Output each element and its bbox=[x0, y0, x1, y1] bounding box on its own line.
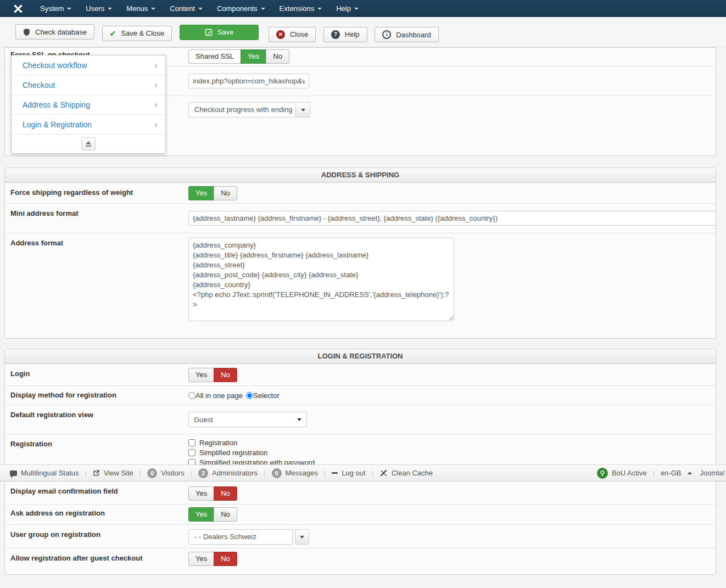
close-icon: ✕ bbox=[276, 30, 285, 39]
button-label: Close bbox=[290, 30, 308, 38]
chevron-down-icon bbox=[301, 109, 305, 111]
nav-label: Help bbox=[336, 0, 351, 17]
nav-menu-menus[interactable]: Menus bbox=[119, 0, 163, 17]
status-label: BoU Active bbox=[612, 469, 647, 477]
joomla-footer-link[interactable]: Joomla! bbox=[700, 469, 725, 477]
address-format-textarea[interactable]: {address_company} {address_title} {addre… bbox=[188, 238, 454, 321]
multilingual-status-link[interactable]: Multilingual Status bbox=[10, 469, 79, 477]
login-no-button[interactable]: No bbox=[214, 368, 237, 382]
clean-cache-link[interactable]: Clean Cache bbox=[379, 469, 433, 477]
chevron-up-icon bbox=[688, 472, 692, 474]
save-button[interactable]: Save bbox=[180, 25, 259, 40]
divider: | bbox=[139, 469, 141, 477]
status-label: Messages bbox=[286, 469, 318, 477]
email-confirm-no-button[interactable]: No bbox=[214, 486, 237, 501]
visitors-link[interactable]: 0 Visitors bbox=[147, 468, 184, 478]
field-label: Ask address on registration bbox=[5, 505, 184, 524]
chevron-down-icon bbox=[151, 8, 155, 10]
check-database-button[interactable]: Check database bbox=[15, 24, 94, 40]
allow-registration-yes-button[interactable]: Yes bbox=[188, 552, 214, 566]
clean-cache-icon bbox=[379, 469, 388, 477]
user-group-dropdown[interactable]: - - Dealers Schweiz bbox=[188, 529, 309, 545]
default-registration-view-select[interactable]: Guest bbox=[188, 412, 307, 427]
joomla-logo-icon[interactable] bbox=[13, 4, 23, 14]
login-yes-button[interactable]: Yes bbox=[188, 368, 214, 382]
field-label: Mini address format bbox=[5, 204, 184, 233]
save-and-close-button[interactable]: ✔ Save & Close bbox=[102, 26, 172, 41]
administrators-link[interactable]: 2 Administrators bbox=[198, 468, 258, 478]
menu-item-checkout-workflow[interactable]: Checkout workflow › bbox=[12, 55, 165, 75]
dashboard-button[interactable]: i Dashboard bbox=[375, 27, 439, 42]
field-label: User group on registration bbox=[5, 525, 184, 548]
login-toggle: Yes No bbox=[188, 368, 237, 382]
dropdown-caret-button[interactable] bbox=[295, 529, 309, 545]
speech-bubble-icon bbox=[10, 471, 17, 476]
selector-radio[interactable] bbox=[246, 392, 253, 399]
force-shipping-no-button[interactable]: No bbox=[214, 186, 237, 200]
logout-link[interactable]: Log out bbox=[332, 469, 365, 477]
nav-menu-help[interactable]: Help bbox=[329, 0, 366, 17]
button-label: Save bbox=[217, 28, 234, 36]
status-label: Visitors bbox=[161, 469, 184, 477]
email-confirmation-row: Display email confirmation field Yes No bbox=[5, 481, 716, 505]
ask-address-toggle: Yes No bbox=[188, 507, 237, 522]
ask-address-yes-button[interactable]: Yes bbox=[188, 507, 214, 522]
email-confirm-yes-button[interactable]: Yes bbox=[188, 486, 214, 501]
nav-menu-content[interactable]: Content bbox=[163, 0, 210, 17]
nav-label: Users bbox=[86, 0, 104, 17]
force-shipping-yes-button[interactable]: Yes bbox=[188, 186, 214, 200]
registration-checkbox[interactable] bbox=[188, 439, 196, 446]
divider: | bbox=[264, 469, 265, 477]
eject-icon bbox=[86, 141, 91, 144]
language-switch-link[interactable]: en-GB bbox=[661, 469, 693, 477]
nav-label: Content bbox=[170, 0, 195, 17]
messages-link[interactable]: 0 Messages bbox=[272, 468, 318, 478]
address-format-row: Address format {address_company} {addres… bbox=[5, 233, 716, 339]
view-site-link[interactable]: View Site bbox=[93, 469, 133, 477]
login-registration-panel: LOGIN & REGISTRATION Login Yes No Displa… bbox=[4, 349, 716, 575]
hikashop-config-page: System Users Menus Content Components Ex… bbox=[0, 0, 726, 588]
menu-item-checkout[interactable]: Checkout › bbox=[12, 75, 165, 95]
allow-registration-guest-row: Allow registration after guest checkout … bbox=[5, 548, 716, 575]
nav-menu-users[interactable]: Users bbox=[79, 0, 119, 17]
nav-menu-system[interactable]: System bbox=[33, 0, 79, 17]
help-button[interactable]: ? Help bbox=[323, 27, 367, 42]
menu-item-address-shipping[interactable]: Address & Shipping › bbox=[12, 95, 165, 115]
button-label: Help bbox=[345, 30, 360, 38]
address-shipping-panel: ADDRESS & SHIPPING Force shipping regard… bbox=[4, 167, 716, 339]
shared-ssl-toggle: Shared SSL Yes No bbox=[188, 49, 289, 64]
shared-ssl-yes-button[interactable]: Yes bbox=[241, 49, 266, 64]
admin-status-bar: Multilingual Status | View Site | 0 Visi… bbox=[0, 464, 726, 481]
menu-item-label: Checkout workflow bbox=[23, 61, 87, 70]
field-label: Display method for registration bbox=[5, 386, 184, 405]
chevron-down-icon bbox=[198, 8, 203, 10]
ask-address-row: Ask address on registration Yes No bbox=[5, 505, 716, 525]
field-label: Login bbox=[5, 364, 184, 385]
checkout-url-input[interactable] bbox=[188, 74, 309, 88]
checkout-flow-dropdown[interactable]: Checkout progress with ending bbox=[188, 102, 310, 117]
chevron-down-icon bbox=[108, 8, 112, 10]
mini-address-format-input[interactable] bbox=[188, 211, 716, 226]
field-label: Allow registration after guest checkout bbox=[5, 548, 184, 575]
allow-registration-no-button[interactable]: No bbox=[214, 552, 237, 566]
close-button[interactable]: ✕ Close bbox=[269, 27, 316, 42]
collapse-menu-button[interactable] bbox=[81, 137, 96, 150]
dropdown-value: Checkout progress with ending bbox=[188, 102, 296, 117]
shared-ssl-no-button[interactable]: No bbox=[266, 49, 289, 64]
nav-menu-extensions[interactable]: Extensions bbox=[272, 0, 330, 17]
simplified-registration-checkbox[interactable] bbox=[188, 449, 196, 456]
status-label: Joomla! bbox=[700, 469, 725, 477]
all-in-one-page-radio[interactable] bbox=[188, 392, 196, 399]
ask-address-no-button[interactable]: No bbox=[214, 507, 237, 522]
dropdown-caret-button[interactable] bbox=[296, 102, 310, 117]
external-link-icon bbox=[93, 469, 100, 477]
menu-item-label: Checkout bbox=[23, 81, 55, 89]
menu-footer bbox=[12, 135, 165, 153]
menu-item-login-registration[interactable]: Login & Registration › bbox=[12, 115, 165, 135]
nav-menu-components[interactable]: Components bbox=[210, 0, 272, 17]
plugin-status-link[interactable]: BoU Active bbox=[597, 468, 647, 479]
help-icon: ? bbox=[331, 30, 340, 39]
config-section-menu: Checkout workflow › Checkout › Address &… bbox=[11, 55, 166, 154]
divider: | bbox=[324, 469, 326, 477]
field-label: Display email confirmation field bbox=[5, 481, 184, 504]
